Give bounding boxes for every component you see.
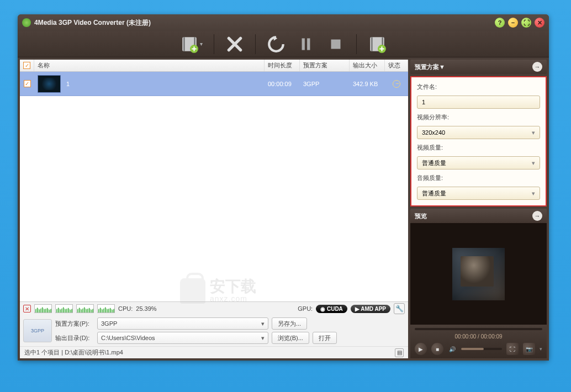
resolution-label: 视频分辨率:: [417, 113, 540, 121]
preset-select[interactable]: 3GPP: [97, 317, 268, 330]
settings-icon[interactable]: 🔧: [394, 303, 405, 314]
cpu-wave-icon: [76, 304, 94, 313]
file-list-pane: ✓ 名称 时间长度 预置方案 输出大小 状态 ✓ 1 00:00:09 3GPP…: [20, 60, 408, 358]
log-icon[interactable]: ▤: [395, 348, 404, 357]
browse-button[interactable]: 浏览(B)...: [272, 332, 309, 344]
select-all-checkbox[interactable]: ✓: [23, 62, 30, 69]
time-display: 00:00:00 / 00:00:09: [454, 333, 502, 340]
preview-panel-header[interactable]: 预览 →: [410, 209, 547, 223]
pending-icon: [393, 80, 400, 88]
col-preset[interactable]: 预置方案: [300, 60, 350, 71]
status-text: 选中1 个项目 | D:\桌面\说明书\1.mp4: [24, 348, 123, 357]
preview-area: [410, 223, 547, 325]
table-row[interactable]: ✓ 1 00:00:09 3GPP 342.9 KB: [20, 72, 408, 96]
audio-quality-label: 音频质量:: [417, 174, 540, 182]
cpu-wave-icon: [55, 304, 73, 313]
svg-rect-8: [371, 37, 372, 51]
preview-panel-title: 预览: [415, 212, 427, 220]
preset-panel-header[interactable]: 预置方案▼ →: [410, 60, 547, 74]
gpu-label: GPU:: [298, 305, 313, 312]
app-icon: [22, 18, 31, 27]
cpu-label: CPU:: [118, 305, 133, 312]
volume-icon[interactable]: 🔊: [448, 343, 457, 355]
titlebar: 4Media 3GP Video Converter (未注册) ? − ⛶ ✕: [18, 14, 549, 31]
svg-rect-5: [307, 38, 310, 50]
row-checkbox[interactable]: ✓: [24, 80, 31, 87]
file-name: 1: [66, 81, 70, 87]
size-value: 342.9 KB: [350, 72, 385, 96]
panel-collapse-icon[interactable]: →: [532, 62, 542, 72]
settings-panel: 文件名: 视频分辨率: 320x240 视频质量: 普通质量 音频质量: 普通质…: [410, 76, 547, 206]
preset-label: 预置方案(P):: [55, 320, 94, 328]
audio-quality-select[interactable]: 普通质量: [417, 187, 540, 200]
col-duration[interactable]: 时间长度: [265, 60, 300, 71]
col-name[interactable]: 名称: [34, 60, 265, 71]
app-window: 4Media 3GP Video Converter (未注册) ? − ⛶ ✕…: [18, 14, 549, 361]
svg-rect-4: [302, 38, 305, 50]
player-bar: 00:00:00 / 00:00:09 ▶ ■ 🔊 ⛶ 📷 ▾: [410, 325, 547, 358]
filename-input[interactable]: [417, 96, 540, 109]
video-quality-label: 视频质量:: [417, 144, 540, 152]
filename-label: 文件名:: [417, 83, 540, 91]
convert-button[interactable]: [267, 35, 286, 54]
col-size[interactable]: 输出大小: [350, 60, 385, 71]
stop-preview-button[interactable]: ■: [431, 343, 443, 355]
volume-slider[interactable]: [461, 348, 502, 350]
add-profile-button[interactable]: [368, 35, 387, 54]
window-title: 4Media 3GP Video Converter (未注册): [34, 18, 495, 28]
main-toolbar: ▾: [18, 31, 549, 57]
cuda-badge[interactable]: ◉ CUDA: [316, 305, 347, 313]
preset-value: 3GPP: [300, 72, 350, 96]
open-button[interactable]: 打开: [313, 332, 337, 344]
resolution-select[interactable]: 320x240: [417, 126, 540, 139]
col-status[interactable]: 状态: [385, 60, 408, 71]
snapshot-icon[interactable]: 📷: [523, 343, 535, 355]
play-button[interactable]: ▶: [415, 343, 427, 355]
minimize-button[interactable]: −: [508, 18, 518, 28]
video-quality-select[interactable]: 普通质量: [417, 156, 540, 169]
svg-rect-1: [183, 37, 184, 51]
duration-value: 00:00:09: [265, 72, 300, 96]
right-pane: 预置方案▼ → 文件名: 视频分辨率: 320x240 视频质量: 普通质量 音…: [410, 60, 547, 358]
table-header: ✓ 名称 时间长度 预置方案 输出大小 状态: [20, 60, 408, 72]
amd-badge[interactable]: ▶ AMD APP: [351, 305, 390, 313]
preview-frame: [452, 248, 505, 300]
stop-button[interactable]: [326, 35, 345, 54]
cpu-wave-icon: [97, 304, 115, 313]
maximize-button[interactable]: ⛶: [521, 18, 531, 28]
help-button[interactable]: ?: [495, 18, 505, 28]
close-button[interactable]: ✕: [535, 18, 544, 28]
cpu-value: 25.39%: [136, 305, 156, 312]
progress-bar[interactable]: [415, 328, 542, 330]
remove-button[interactable]: [225, 35, 244, 54]
bottom-bar: ✕ CPU:25.39% GPU: ◉ CUDA ▶ AMD APP 🔧 3GP…: [20, 301, 408, 358]
svg-rect-6: [331, 39, 341, 49]
preset-thumbnail: 3GPP: [23, 319, 52, 342]
watermark: 安下载 anxz.com: [180, 278, 256, 304]
output-dir-select[interactable]: C:\Users\CS\Videos: [97, 332, 268, 344]
save-as-button[interactable]: 另存为...: [272, 317, 307, 330]
cpu-wave-icon: [34, 304, 52, 313]
close-monitor-button[interactable]: ✕: [23, 305, 31, 312]
preset-panel-title: 预置方案▼: [415, 63, 445, 71]
add-file-button[interactable]: ▾: [180, 35, 203, 54]
pause-button[interactable]: [297, 35, 315, 54]
output-dir-label: 输出目录(D):: [55, 334, 94, 342]
fullscreen-icon[interactable]: ⛶: [506, 343, 519, 355]
preview-panel: 预览 → 00:00:00 / 00:00:09 ▶ ■: [410, 209, 547, 358]
panel-collapse-icon[interactable]: →: [532, 211, 542, 221]
video-thumbnail: [38, 75, 61, 93]
window-controls: ? − ⛶ ✕: [495, 18, 544, 28]
